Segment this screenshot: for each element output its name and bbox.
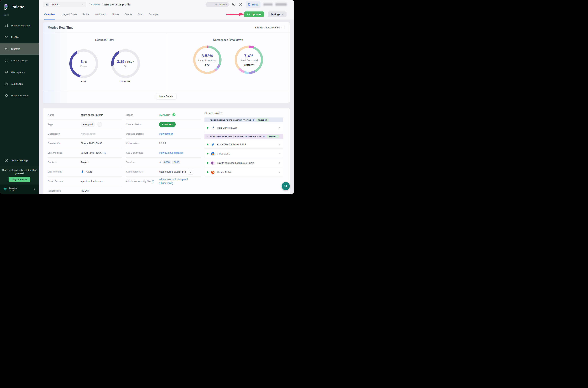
metrics-title: Metrics Real-Time bbox=[48, 26, 73, 29]
detail-label: Services bbox=[126, 161, 159, 164]
sidebar-collapse-icon[interactable] bbox=[33, 188, 36, 191]
sidebar-item-workspaces[interactable]: Workspaces bbox=[0, 66, 39, 78]
tab-scan[interactable]: Scan bbox=[137, 9, 143, 20]
pack-health-dot bbox=[207, 127, 208, 129]
tag-pill[interactable]: ... bbox=[97, 122, 102, 127]
profile-group-header[interactable]: INFRASTRUCTURE PROFILE AZURE-CLUSTER-PRO… bbox=[204, 134, 283, 139]
detail-row-health: HealthHEALTHY bbox=[126, 110, 201, 120]
profile-group-title: INFRASTRUCTURE PROFILE AZURE-CLUSTER-PRO… bbox=[210, 136, 261, 138]
detail-value-text: Not specified. bbox=[81, 132, 96, 135]
donut-label: MEMORY bbox=[120, 80, 130, 83]
redacted-account-text bbox=[263, 3, 272, 6]
detail-value: Azure bbox=[81, 170, 92, 173]
detail-label-text: Kubernetes API bbox=[126, 170, 143, 173]
pack-name: Ubuntu 22.04 bbox=[217, 171, 231, 174]
tab-overview[interactable]: Overview bbox=[44, 9, 55, 20]
pack-row[interactable]: Palette eXtended Kubernetes 1.32.2 bbox=[204, 159, 283, 167]
namespace-donut-cpu: 3.52%Used from totalCPU bbox=[193, 46, 222, 74]
compass-icon[interactable] bbox=[239, 2, 243, 7]
detail-link[interactable]: View K8s Certificates bbox=[159, 151, 183, 154]
docs-button[interactable]: Docs bbox=[246, 1, 261, 8]
detail-value: 09 Apr 2025, 12:28 bbox=[81, 151, 106, 154]
kubeconfig-link[interactable]: admin.azure-cluster-profile.kubeconfig bbox=[159, 177, 188, 185]
pack-row[interactable]: Calico 3.29.2 bbox=[204, 150, 283, 158]
sidebar-item-cluster-groups[interactable]: Cluster Groups bbox=[0, 55, 39, 66]
detail-row-description: DescriptionNot specified. bbox=[48, 129, 122, 139]
tab-backups[interactable]: Backups bbox=[149, 9, 158, 20]
donut-unit: Cores bbox=[80, 65, 87, 68]
sidebar-item-project-overview[interactable]: Project Overview bbox=[0, 20, 39, 31]
donut-value: 3.19 bbox=[117, 59, 125, 64]
content-area: Metrics Real-Time Include Control Planes… bbox=[39, 20, 294, 194]
breadcrumb-clusters-link[interactable]: Clusters bbox=[91, 3, 100, 6]
include-control-planes-checkbox[interactable] bbox=[282, 26, 285, 29]
chat-icon[interactable] bbox=[232, 2, 236, 7]
detail-value-text: AMD64 bbox=[81, 189, 89, 192]
detail-row-kubernetes-api: Kubernetes APIhttps://azure-cluster-prof… bbox=[126, 167, 201, 176]
pack-name: Hello Universe 1.2.0 bbox=[217, 127, 238, 129]
detail-value: ui:8080:3000 bbox=[159, 161, 180, 164]
donut-center: 3/ 8Cores bbox=[72, 51, 96, 76]
profile-group-title: ADDON PROFILE AZURE-CLUSTER-PROFILE bbox=[210, 119, 251, 121]
promo-text: Start small and only pay for what you us… bbox=[0, 169, 39, 175]
tab-profile[interactable]: Profile bbox=[83, 9, 89, 20]
metrics-realtime-card: Metrics Real-Time Include Control Planes… bbox=[43, 22, 290, 103]
donut-center: 7.4%Used from totalMEMORY bbox=[237, 48, 261, 72]
pack-name: Azure Disk CSI Driver 1.31.2 bbox=[217, 143, 246, 146]
detail-value: HEALTHY bbox=[159, 113, 176, 117]
service-port-link[interactable]: :8080 bbox=[162, 161, 171, 164]
sidebar-item-label: Profiles bbox=[11, 36, 19, 39]
tab-workloads[interactable]: Workloads bbox=[95, 9, 107, 20]
sidebar-item-project-settings[interactable]: Project Settings bbox=[0, 90, 39, 101]
copy-icon bbox=[189, 170, 192, 173]
donut-ring: 3.52%Used from totalCPU bbox=[193, 46, 222, 74]
search-fab-button[interactable] bbox=[282, 182, 290, 190]
pack-row[interactable]: Hello Universe 1.2.0 bbox=[204, 124, 283, 132]
donut-label: MEMORY bbox=[244, 64, 254, 66]
cluster-tabs-row: OverviewUsage & CostsProfileWorkloadsNod… bbox=[39, 9, 294, 20]
pack-row[interactable]: Ubuntu 22.04 bbox=[204, 168, 283, 176]
copy-button[interactable] bbox=[188, 169, 193, 175]
detail-label-text: Upgrade Details bbox=[126, 132, 144, 135]
sidebar-item-clusters[interactable]: Clusters bbox=[0, 43, 39, 55]
sidebar-item-profiles[interactable]: Profiles bbox=[0, 31, 39, 43]
settings-label: Settings bbox=[271, 13, 280, 16]
info-icon[interactable] bbox=[103, 151, 106, 154]
tab-usage-costs[interactable]: Usage & Costs bbox=[61, 9, 77, 20]
detail-label-text: Kubernetes bbox=[126, 142, 138, 145]
more-details-button[interactable]: More Details bbox=[156, 94, 176, 99]
tab-nodes[interactable]: Nodes bbox=[112, 9, 119, 20]
redacted-account-menu[interactable] bbox=[275, 3, 287, 6]
request-total-section: Request / Total 3/ 8CoresCPU3.19/ 16.77G… bbox=[43, 33, 166, 92]
pack-row[interactable]: Azure Disk CSI Driver 1.31.2 bbox=[204, 141, 283, 148]
breadcrumb: / Clusters / azure-cluster-profile bbox=[89, 3, 131, 6]
detail-label-text: Cluster Status bbox=[126, 123, 141, 126]
detail-label: Admin Kubeconfig File bbox=[126, 180, 159, 183]
detail-label: Kubernetes API bbox=[126, 170, 159, 173]
detail-row-kubernetes: Kubernetes1.32.2 bbox=[126, 139, 201, 148]
detail-link[interactable]: View Details bbox=[159, 132, 173, 135]
detail-value-text: Project bbox=[81, 161, 89, 164]
profile-group-header[interactable]: ADDON PROFILE AZURE-CLUSTER-PROFILEPROJE… bbox=[204, 118, 283, 122]
detail-value: https://azure-cluster-profile... bbox=[159, 169, 193, 175]
updates-button[interactable]: Updates bbox=[244, 11, 264, 17]
request-donut-cpu: 3/ 8CoresCPU bbox=[69, 49, 98, 83]
namespace-donut-memory: 7.4%Used from totalMEMORY bbox=[235, 46, 263, 74]
donut-total: / 8 bbox=[83, 60, 87, 64]
server-icon bbox=[5, 47, 8, 51]
detail-value: azure-cluster-profile bbox=[81, 114, 103, 116]
pack-health-dot bbox=[207, 162, 208, 164]
upgrade-now-button[interactable]: Upgrade now bbox=[9, 177, 30, 182]
cluster-details-card: Nameazure-cluster-profileTagsenv: prod..… bbox=[43, 108, 290, 194]
service-port-link[interactable]: :3000 bbox=[172, 161, 180, 164]
detail-label: Last Modified bbox=[48, 151, 81, 154]
project-selector[interactable]: Default bbox=[43, 2, 86, 7]
tag-pill[interactable]: env: prod bbox=[81, 122, 95, 127]
settings-button[interactable]: Settings bbox=[268, 11, 287, 17]
sidebar-item-tenant-settings[interactable]: Tenant Settings bbox=[0, 154, 39, 166]
tab-events[interactable]: Events bbox=[125, 9, 132, 20]
detail-label-text: Context bbox=[48, 161, 56, 164]
sidebar-item-audit-logs[interactable]: Audit Logs bbox=[0, 78, 39, 90]
detail-label-text: Admin Kubeconfig File bbox=[126, 180, 151, 183]
health-status-text: HEALTHY bbox=[159, 114, 171, 116]
